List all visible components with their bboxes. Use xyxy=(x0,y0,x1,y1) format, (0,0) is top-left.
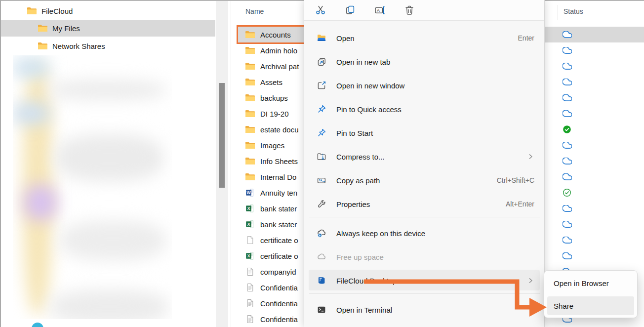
sidebar-scrollbar-thumb[interactable] xyxy=(219,83,225,188)
menu-item-filecloud-desktop[interactable]: FileCloud Desktop xyxy=(304,269,544,292)
svg-text:X: X xyxy=(247,253,250,258)
toolbar-delete-button[interactable] xyxy=(400,2,419,19)
menu-item-shortcut: Ctrl+Shift+C xyxy=(497,176,534,184)
file-name-label: Images xyxy=(260,141,284,150)
folder-open-icon xyxy=(315,33,328,43)
file-icon xyxy=(244,236,255,245)
status-cloud-icon xyxy=(563,220,572,229)
copy-path-icon xyxy=(315,175,328,185)
menu-item-label: FileCloud Desktop xyxy=(336,277,397,285)
sidebar-item-my-files[interactable]: My Files xyxy=(1,20,215,37)
excel-icon: X xyxy=(244,251,255,260)
folder-icon xyxy=(244,78,255,86)
folder-icon xyxy=(244,94,255,102)
menu-item-open-in-new-tab[interactable]: Open in new tab xyxy=(304,50,544,74)
folder-icon xyxy=(244,125,255,133)
sidebar-item-label: My Files xyxy=(52,24,80,33)
wrench-icon xyxy=(315,199,328,209)
toolbar-copy-button[interactable] xyxy=(340,2,360,19)
redacted-blob xyxy=(13,102,50,124)
menu-separator xyxy=(309,293,540,294)
file-name-label: bank stater xyxy=(260,220,297,229)
textdoc-icon xyxy=(244,299,255,308)
textdoc-icon xyxy=(244,283,255,292)
submenu-item-share[interactable]: Share xyxy=(547,296,634,315)
status-cloud-icon xyxy=(563,62,572,71)
pin-icon xyxy=(315,104,328,114)
status-cloud-icon xyxy=(563,204,572,213)
cut-icon xyxy=(315,4,326,16)
status-cloud-icon xyxy=(563,157,572,165)
sidebar-item-label: FileCloud xyxy=(41,7,73,15)
excel-icon: X xyxy=(244,204,255,213)
sidebar-item-label: Network Shares xyxy=(52,42,105,50)
filecloud-icon xyxy=(315,276,328,286)
name-column-header[interactable]: Name xyxy=(245,7,264,15)
context-menu-toolbar: A xyxy=(304,0,544,21)
sidebar-item-network-shares[interactable]: Network Shares xyxy=(1,38,215,54)
status-cloud-icon xyxy=(563,141,572,150)
file-name-label: certificate o xyxy=(260,236,298,245)
toolbar-rename-button[interactable]: A xyxy=(370,2,390,19)
folder-icon xyxy=(244,62,255,70)
status-column-header[interactable]: Status xyxy=(564,7,583,15)
selected-row-highlight xyxy=(545,27,644,42)
menu-item-pin-to-quick-access[interactable]: Pin to Quick access xyxy=(304,97,544,121)
menu-item-label: Properties xyxy=(336,200,370,208)
menu-item-label: Compress to... xyxy=(336,153,385,161)
file-name-label: estate docu xyxy=(260,125,299,134)
menu-item-label: Open in new window xyxy=(336,82,404,90)
file-name-label: Admin holo xyxy=(260,46,297,55)
folder-icon xyxy=(38,24,47,32)
toolbar-cut-button[interactable] xyxy=(311,2,330,19)
menu-item-open[interactable]: OpenEnter xyxy=(304,26,544,50)
file-explorer-window: FileCloudMy FilesNetwork Shares Name Sta… xyxy=(0,0,644,327)
menu-item-always-keep-on-this-device[interactable]: Always keep on this device xyxy=(304,221,544,245)
submenu-item-label: Share xyxy=(554,302,573,310)
redacted-blob xyxy=(60,221,166,260)
submenu-item-open-in-browser[interactable]: Open in Browser xyxy=(547,274,634,292)
status-cloud-icon xyxy=(563,30,572,39)
word-icon: W xyxy=(244,188,255,197)
menu-item-label: Always keep on this device xyxy=(336,229,425,238)
filecloud-submenu: Open in BrowserShare xyxy=(544,270,638,318)
menu-item-label: Pin to Start xyxy=(336,129,373,137)
file-name-label: Archival pat xyxy=(260,62,299,71)
file-name-label: DI 19-20 xyxy=(260,110,289,118)
menu-item-free-up-space: Free up space xyxy=(304,245,544,269)
folder-icon xyxy=(244,173,255,181)
terminal-icon xyxy=(315,305,328,315)
folder-icon xyxy=(27,7,37,15)
status-synced-outline-icon xyxy=(563,188,572,197)
menu-item-label: Open in new tab xyxy=(336,58,390,66)
file-name-label: Info Sheets xyxy=(260,157,298,165)
menu-item-label: Free up space xyxy=(336,253,384,261)
file-name-label: companyid xyxy=(260,268,296,276)
copy-icon xyxy=(344,4,356,16)
menu-item-properties[interactable]: PropertiesAlt+Enter xyxy=(304,192,544,216)
redacted-blob xyxy=(50,290,168,319)
folder-icon xyxy=(244,110,255,118)
status-cloud-icon xyxy=(563,46,572,55)
menu-item-label: Open in Terminal xyxy=(336,306,392,314)
file-name-label: Internal Do xyxy=(260,173,296,181)
status-cloud-icon xyxy=(563,93,572,102)
folder-icon xyxy=(244,46,255,54)
open-new-window-icon xyxy=(315,81,328,90)
chevron-right-icon xyxy=(526,277,534,285)
sidebar-item-filecloud[interactable]: FileCloud xyxy=(1,2,215,19)
menu-item-open-in-terminal[interactable]: Open in Terminal xyxy=(304,298,544,322)
menu-item-pin-to-start[interactable]: Pin to Start xyxy=(304,121,544,145)
chevron-right-icon xyxy=(526,153,534,161)
menu-item-compress-to[interactable]: Compress to... xyxy=(304,145,544,168)
partial-cloud-icon xyxy=(32,323,43,327)
menu-item-open-in-new-window[interactable]: Open in new window xyxy=(304,74,544,97)
textdoc-icon xyxy=(244,267,255,276)
file-name-label: Confidentia xyxy=(260,299,298,308)
menu-item-copy-as-path[interactable]: Copy as pathCtrl+Shift+C xyxy=(304,168,544,192)
column-divider xyxy=(558,5,558,20)
pane-divider xyxy=(231,0,231,327)
cloud-icon xyxy=(315,252,328,262)
pin-icon xyxy=(315,128,328,138)
redacted-blob xyxy=(13,58,50,78)
